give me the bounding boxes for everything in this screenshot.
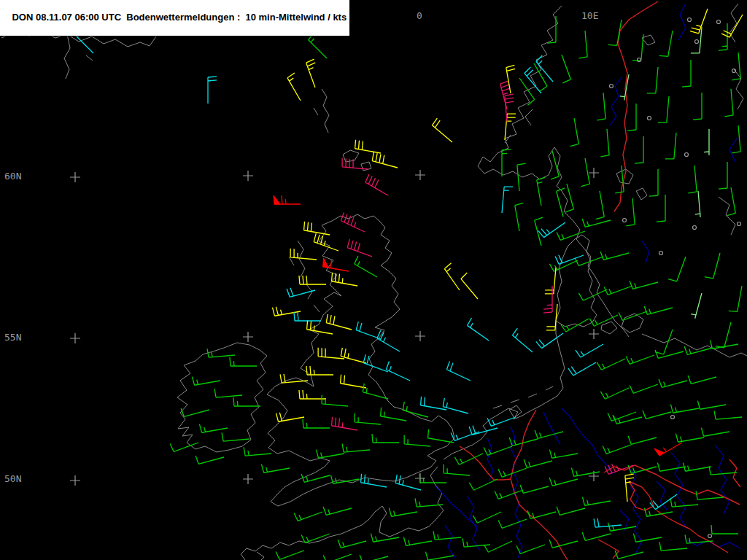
coastline bbox=[601, 322, 617, 334]
wind-barb bbox=[535, 430, 563, 438]
wind-barb bbox=[484, 446, 512, 455]
map-title: DON 08.11.07 06:00 UTC Bodenwettermeldun… bbox=[12, 12, 347, 23]
wind-barb bbox=[230, 357, 257, 366]
calm-station bbox=[688, 18, 692, 22]
wind-barb bbox=[207, 349, 235, 357]
country-border bbox=[657, 510, 728, 553]
coastline bbox=[734, 69, 743, 109]
wind-barb bbox=[537, 177, 546, 206]
wind-barb bbox=[658, 96, 669, 122]
wind-barb bbox=[582, 497, 611, 506]
wind-barb bbox=[614, 416, 642, 424]
wind-barb bbox=[549, 450, 578, 459]
title-bar: DON 08.11.07 06:00 UTC Bodenwettermeldun… bbox=[0, 0, 350, 36]
wind-barb bbox=[342, 443, 370, 452]
coastline bbox=[546, 386, 553, 390]
calm-station bbox=[610, 85, 614, 88]
wind-barb bbox=[192, 377, 220, 386]
wind-barb bbox=[627, 104, 636, 131]
latitude-label: 60N bbox=[4, 171, 21, 182]
wind-barb bbox=[196, 456, 224, 464]
wind-barb bbox=[582, 532, 611, 540]
wind-barb bbox=[600, 252, 629, 260]
wind-barb bbox=[555, 255, 584, 265]
wind-barb bbox=[433, 531, 461, 540]
wind-barb bbox=[208, 77, 217, 104]
wind-barb bbox=[565, 184, 573, 212]
grid-cross bbox=[243, 171, 253, 181]
wind-barb bbox=[428, 429, 454, 443]
latitude-label: 55N bbox=[4, 332, 21, 343]
wind-barb bbox=[576, 344, 603, 357]
wind-barb bbox=[360, 555, 388, 560]
wind-barb bbox=[462, 538, 490, 547]
wind-barb bbox=[338, 540, 366, 548]
river bbox=[671, 452, 687, 529]
wind-barb bbox=[626, 355, 654, 364]
wind-barb bbox=[330, 475, 359, 484]
coastline bbox=[478, 6, 629, 337]
grid-cross bbox=[589, 329, 599, 339]
coastline bbox=[493, 405, 502, 408]
calm-station bbox=[659, 252, 663, 255]
wind-barb bbox=[657, 463, 686, 472]
river bbox=[642, 241, 649, 262]
wind-barb bbox=[517, 163, 526, 191]
wind-barb bbox=[693, 93, 702, 120]
coastline bbox=[64, 34, 70, 79]
grid-cross bbox=[589, 168, 599, 178]
wind-barb bbox=[316, 450, 344, 459]
wind-barb bbox=[600, 129, 609, 157]
wind-barb bbox=[688, 376, 716, 384]
calm-station bbox=[671, 416, 675, 419]
wind-barb bbox=[306, 366, 333, 375]
wind-barb bbox=[649, 169, 658, 196]
grid-cross bbox=[415, 331, 425, 341]
country-border bbox=[604, 465, 740, 505]
wind-barb bbox=[287, 73, 301, 101]
wind-barb bbox=[582, 219, 611, 227]
grid-cross bbox=[70, 333, 80, 343]
grid-cross bbox=[70, 172, 80, 182]
calm-station bbox=[623, 219, 627, 222]
river bbox=[729, 139, 737, 162]
wind-barb bbox=[512, 328, 533, 352]
wind-barb bbox=[377, 330, 400, 351]
longitude-label: 10E bbox=[581, 10, 598, 21]
coastline bbox=[556, 235, 597, 327]
wind-barb bbox=[643, 411, 671, 419]
wind-barb bbox=[729, 286, 742, 311]
grid-cross bbox=[70, 475, 80, 486]
wind-barb bbox=[484, 541, 512, 552]
wind-barb bbox=[701, 428, 729, 437]
grid-cross bbox=[415, 170, 425, 180]
wind-barb bbox=[597, 93, 605, 120]
river bbox=[715, 445, 729, 514]
wind-barb bbox=[597, 359, 625, 370]
coastline bbox=[322, 89, 329, 133]
wind-barb bbox=[322, 395, 348, 406]
wind-barb bbox=[403, 537, 432, 546]
wind-barb bbox=[659, 31, 673, 56]
wind-barb bbox=[473, 512, 501, 523]
wind-barb bbox=[261, 464, 290, 473]
wind-barb bbox=[578, 31, 587, 58]
wind-barb bbox=[306, 59, 316, 88]
coastline bbox=[343, 150, 359, 162]
wind-barb bbox=[581, 158, 590, 187]
wind-barb bbox=[659, 542, 687, 551]
wind-barb bbox=[332, 417, 357, 430]
wind-barb bbox=[287, 288, 315, 298]
wind-barb bbox=[318, 348, 344, 359]
calm-station bbox=[685, 153, 689, 157]
calm-station bbox=[648, 117, 651, 120]
coastline bbox=[511, 400, 519, 402]
wind-barb bbox=[608, 523, 636, 532]
wind-barb bbox=[603, 445, 631, 454]
wind-barb bbox=[356, 322, 381, 339]
wind-barb bbox=[303, 419, 330, 428]
coastline bbox=[642, 35, 655, 45]
wind-barb bbox=[596, 191, 605, 219]
wind-barb bbox=[704, 129, 709, 155]
wind-barb bbox=[386, 362, 410, 381]
